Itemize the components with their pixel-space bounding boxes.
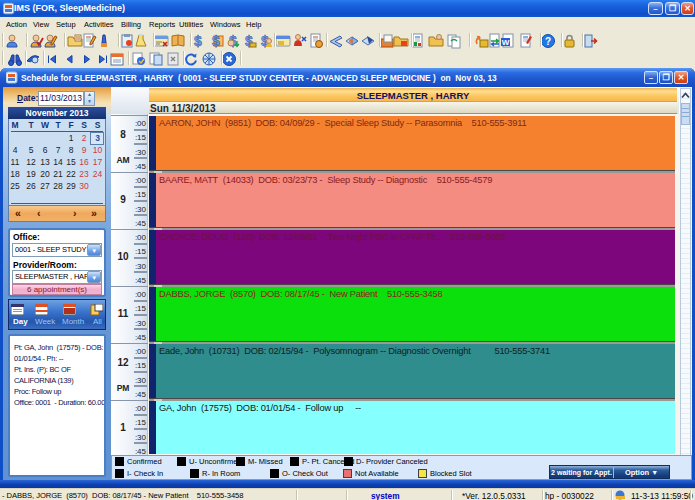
svg-text:W: W <box>502 38 510 47</box>
svg-text:?: ? <box>545 36 551 47</box>
svg-text:$: $ <box>194 33 202 49</box>
svg-text:$: $ <box>212 33 220 49</box>
